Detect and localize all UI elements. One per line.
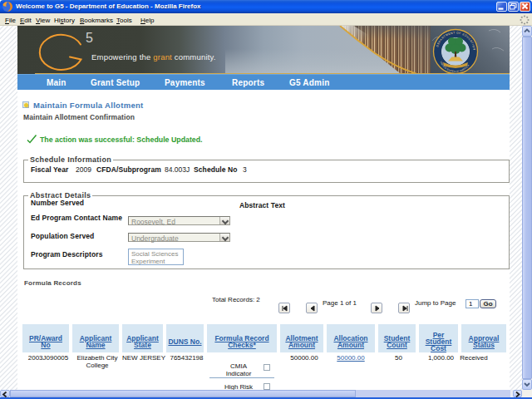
svg-text:5: 5 [86,31,93,45]
